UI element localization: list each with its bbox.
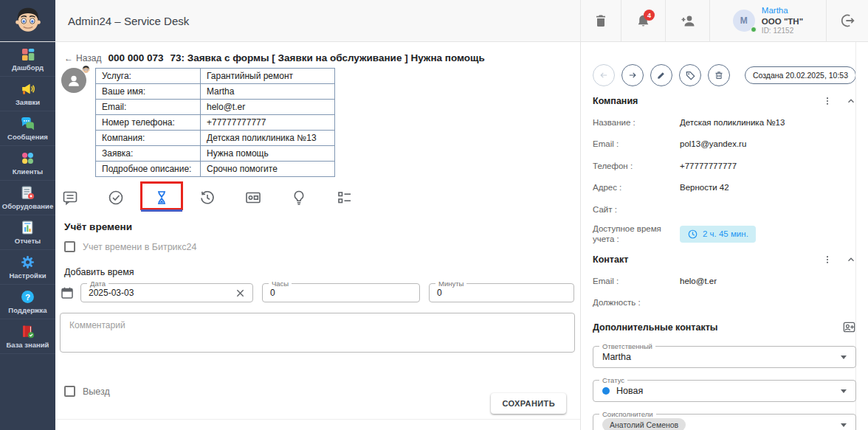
clients-icon xyxy=(20,150,35,166)
bitrix-time-checkbox[interactable]: Учет времени в Битрикс24 xyxy=(64,241,580,252)
trash-icon xyxy=(714,70,724,80)
delete-button[interactable] xyxy=(708,64,730,86)
company-field-row: Название : Детская поликлиника №13 xyxy=(593,117,856,128)
clear-date-icon[interactable] xyxy=(235,288,245,298)
minutes-field[interactable]: Минуты xyxy=(429,283,574,302)
add-user-button[interactable] xyxy=(665,0,709,41)
table-row: Ваше имя:Martha xyxy=(96,84,335,100)
user-menu[interactable]: M Martha ООО "ТН" ID: 12152 xyxy=(709,0,826,41)
tab-checklist[interactable] xyxy=(336,189,354,207)
tag-button[interactable] xyxy=(679,64,701,86)
company-section-header: Компания xyxy=(593,96,856,106)
comment-box xyxy=(60,313,574,356)
company-field-row: Адрес : Верности 42 xyxy=(593,182,856,193)
hours-input[interactable] xyxy=(270,288,412,298)
sidebar-item-label: Поддержка xyxy=(8,306,46,314)
tab-comments[interactable] xyxy=(61,189,79,207)
company-field-row: Сайт : xyxy=(593,204,856,215)
tab-tasks[interactable] xyxy=(107,189,125,207)
chevron-down-icon xyxy=(841,356,847,359)
chevron-up-icon[interactable] xyxy=(846,96,856,106)
back-button[interactable]: ← Назад xyxy=(64,53,101,63)
tab-ideas[interactable] xyxy=(290,189,308,207)
arrow-left-icon xyxy=(599,70,609,80)
sidebar-item-label: Настройки xyxy=(9,271,46,280)
user-company: ООО "ТН" xyxy=(762,16,803,27)
sidebar-item-reports[interactable]: Отчеты xyxy=(0,215,55,250)
request-block: Услуга:Гарантийный ремонт Ваше имя:Marth… xyxy=(61,68,580,177)
chevron-up-icon[interactable] xyxy=(846,254,856,265)
kebab-menu-icon[interactable] xyxy=(822,96,833,106)
annotation-highlight-box xyxy=(140,181,183,210)
logout-button[interactable] xyxy=(826,0,868,41)
section-title: Компания xyxy=(593,96,638,106)
table-row: Подробное описание:Срочно помогите xyxy=(96,162,335,177)
sidebar: Дашборд Заявки Сообщения Клиенты xyxy=(0,42,55,430)
sidebar-item-clients[interactable]: Клиенты xyxy=(0,146,55,181)
section-title: Контакт xyxy=(593,254,628,265)
requester-avatar xyxy=(61,68,86,93)
coexecutors-select[interactable]: Соисполнители Анатолий Семенов xyxy=(593,414,856,430)
equipment-card-icon xyxy=(244,189,262,207)
kebab-menu-icon[interactable] xyxy=(822,254,833,265)
table-row: Email:helo@t.er xyxy=(96,100,335,115)
date-field-label: Дата xyxy=(87,280,108,288)
responsible-select[interactable]: Ответственный Martha xyxy=(593,346,856,368)
clock-icon xyxy=(687,229,698,240)
company-field-row: Email : pol13@yandex.ru xyxy=(593,139,856,149)
hours-field[interactable]: Часы xyxy=(262,283,420,302)
chat-icon xyxy=(20,116,35,131)
comment-textarea[interactable] xyxy=(60,313,575,353)
sidebar-item-messages[interactable]: Сообщения xyxy=(0,111,55,146)
notifications-button[interactable]: 4 xyxy=(621,0,665,41)
coexecutor-chip[interactable]: Анатолий Семенов xyxy=(602,418,686,430)
history-icon xyxy=(199,189,216,207)
user-name: Martha xyxy=(762,5,803,15)
responsible-label: Ответственный xyxy=(599,342,655,350)
logout-icon xyxy=(839,13,855,29)
contact-field-row: Должность : xyxy=(593,297,856,308)
gear-icon xyxy=(20,254,35,270)
prev-ticket-button[interactable] xyxy=(593,64,615,86)
date-field[interactable]: Дата xyxy=(80,283,253,302)
coexecutors-label: Соисполнители xyxy=(599,410,656,418)
date-input[interactable] xyxy=(89,288,235,298)
sidebar-item-settings[interactable]: Настройки xyxy=(0,250,55,285)
divider xyxy=(55,419,580,420)
tag-icon xyxy=(685,70,696,81)
checkbox-label: Выезд xyxy=(83,386,110,397)
sidebar-item-equipment[interactable]: Оборудование xyxy=(0,181,55,215)
add-contact-icon[interactable] xyxy=(842,320,856,334)
back-label: Назад xyxy=(76,53,101,63)
app-logo[interactable] xyxy=(0,0,55,41)
calendar-icon[interactable] xyxy=(60,285,75,300)
trash-button[interactable] xyxy=(580,0,621,41)
sidebar-item-support[interactable]: ? Поддержка xyxy=(0,285,55,319)
chevron-down-icon xyxy=(841,423,847,427)
company-field-row: Телефон : +77777777777 xyxy=(593,161,856,171)
table-row: Компания:Детская поликлиника №13 xyxy=(96,131,335,146)
save-button[interactable]: СОХРАНИТЬ xyxy=(491,393,566,414)
app-title: Admin24 – Service Desk xyxy=(55,15,189,27)
online-status-dot xyxy=(751,27,757,32)
ticket-header: ← Назад 000 000 073 73: Заявка с формы [… xyxy=(64,52,580,63)
user-id: ID: 12152 xyxy=(762,27,803,36)
person-add-icon xyxy=(680,13,696,29)
table-row: Услуга:Гарантийный ремонт xyxy=(96,69,335,84)
tab-history[interactable] xyxy=(199,189,216,207)
megaphone-icon xyxy=(20,81,35,97)
tab-time-tracking[interactable] xyxy=(153,189,170,207)
sidebar-item-knowledge-base[interactable]: База знаний xyxy=(0,319,55,354)
trash-icon xyxy=(593,13,608,28)
next-ticket-button[interactable] xyxy=(621,64,644,86)
tab-equipment[interactable] xyxy=(244,189,262,207)
scrollbar-track xyxy=(855,42,856,430)
available-time-row: Доступное время учета : 2 ч. 45 мин. xyxy=(593,223,856,245)
sidebar-item-dashboard[interactable]: Дашборд xyxy=(0,42,55,77)
status-select[interactable]: Статус Новая xyxy=(593,380,856,402)
comment-icon xyxy=(61,189,79,207)
minutes-input[interactable] xyxy=(437,288,566,298)
edit-button[interactable] xyxy=(650,64,672,86)
sidebar-item-tickets[interactable]: Заявки xyxy=(0,77,55,111)
add-time-fields: Дата Часы Минуты xyxy=(60,283,574,302)
